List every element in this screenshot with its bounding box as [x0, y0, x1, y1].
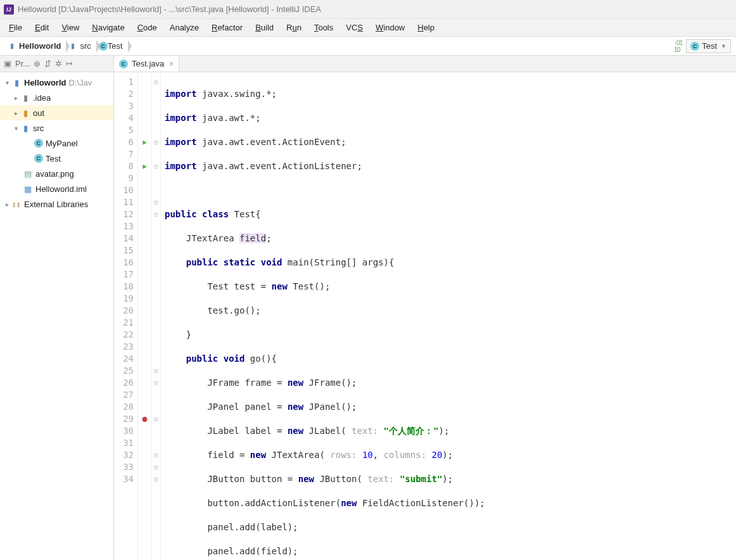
tree-node-test[interactable]: C Test	[0, 151, 113, 166]
project-folder-icon: ▮	[8, 42, 16, 51]
tree-node-project-root[interactable]: ▾ ▮ Helloworld D:\Jav	[0, 75, 113, 90]
editor-tab-test[interactable]: C Test.java ×	[114, 56, 179, 72]
menu-navigate[interactable]: Navigate	[86, 20, 130, 35]
menu-code[interactable]: Code	[131, 20, 163, 35]
collapse-icon[interactable]: ↦	[66, 59, 73, 68]
menu-window[interactable]: Window	[369, 20, 411, 35]
tree-label: src	[33, 124, 44, 133]
java-class-icon: C	[34, 139, 43, 148]
tree-label: Test	[46, 154, 61, 163]
project-folder-icon: ▮	[11, 78, 22, 87]
chevron-right-icon[interactable]: ▸	[3, 201, 11, 208]
menu-analyze[interactable]: Analyze	[163, 20, 205, 35]
fold-toggle-icon[interactable]: ⊟	[152, 76, 160, 88]
expand-all-icon[interactable]: ⇵	[44, 59, 51, 68]
menu-edit[interactable]: Edit	[29, 20, 55, 35]
target-icon[interactable]: ⊕	[34, 59, 41, 68]
chevron-down-icon[interactable]: ▾	[11, 125, 20, 132]
menu-tools[interactable]: Tools	[308, 20, 339, 35]
code-editor[interactable]: 1234567891011121314151617181920212223242…	[114, 72, 736, 560]
breadcrumb: ▮ Helloworld ▮ src C Test	[5, 39, 128, 54]
tree-label: out	[33, 108, 44, 118]
menu-vcs[interactable]: VCS	[339, 20, 369, 35]
breadcrumb-class-label: Test	[108, 41, 123, 51]
java-class-icon: C	[34, 154, 43, 163]
image-file-icon: ▤	[23, 169, 33, 179]
breadcrumb-src-label: src	[80, 41, 91, 51]
run-gutter-icon[interactable]: ▶	[138, 136, 151, 148]
editor-tabs: C Test.java ×	[114, 56, 736, 72]
tree-label: avatar.png	[35, 169, 74, 179]
java-class-icon: C	[119, 60, 128, 68]
tree-node-src[interactable]: ▾ ▮ src	[0, 120, 113, 136]
fold-toggle-icon[interactable]: ⊟	[152, 377, 160, 389]
window-title-bar: IJ Helloworld [D:\JavaProjects\Helloworl…	[0, 0, 736, 19]
library-icon: ⫾⫾	[11, 200, 22, 209]
tree-label: Helloworld.iml	[35, 184, 87, 194]
folder-icon: ▮	[68, 42, 77, 51]
tree-node-mypanel[interactable]: C MyPanel	[0, 136, 113, 151]
intellij-icon: IJ	[4, 4, 14, 15]
line-number-gutter: 1234567891011121314151617181920212223242…	[114, 72, 138, 560]
breadcrumb-project[interactable]: ▮ Helloworld	[5, 39, 66, 54]
close-icon[interactable]: ×	[168, 60, 175, 68]
menu-bar: File Edit View Navigate Code Analyze Ref…	[0, 19, 736, 37]
menu-help[interactable]: Help	[411, 20, 441, 35]
folder-icon: ▮	[20, 93, 30, 103]
run-marks-gutter: ▶▶⬤	[138, 72, 152, 560]
chevron-down-icon[interactable]: ▾	[3, 79, 11, 86]
menu-build[interactable]: Build	[249, 20, 280, 35]
iml-file-icon: ▦	[23, 184, 33, 194]
java-class-icon: C	[690, 42, 699, 51]
fold-toggle-icon[interactable]: ⊟	[152, 365, 160, 377]
breadcrumb-class[interactable]: C Test	[96, 39, 128, 54]
breadcrumb-src[interactable]: ▮ src	[66, 39, 96, 54]
project-toolbar: ▣ Pr... ⊕ ⇵ ✲ ↦	[0, 56, 113, 72]
run-gutter-icon[interactable]: ▶	[138, 160, 151, 172]
chevron-down-icon: ▼	[721, 43, 726, 49]
project-tool-window: ▣ Pr... ⊕ ⇵ ✲ ↦ ▾ ▮ Helloworld D:\Jav ▸ …	[0, 56, 114, 560]
fold-toggle-icon[interactable]: ⊟	[152, 196, 160, 208]
menu-file[interactable]: File	[3, 20, 29, 35]
tree-label: .idea	[33, 93, 51, 103]
project-view-dropdown[interactable]: Pr...	[15, 59, 30, 68]
fold-toggle-icon[interactable]: ⊟	[152, 413, 160, 425]
menu-refactor[interactable]: Refactor	[205, 20, 249, 35]
fold-toggle-icon[interactable]: ⊟	[152, 449, 160, 461]
tree-node-external-libraries[interactable]: ▸ ⫾⫾ External Libraries	[0, 196, 113, 212]
folder-icon: ▮	[20, 108, 30, 118]
run-config-selector[interactable]: C Test ▼	[686, 39, 731, 53]
fold-toggle-icon[interactable]: ⊟	[152, 160, 160, 172]
tree-hint: D:\Jav	[68, 78, 92, 87]
tree-node-out[interactable]: ▸ ▮ out	[0, 105, 113, 120]
navigation-bar: ▮ Helloworld ▮ src C Test ↓0110 C Test ▼	[0, 37, 736, 56]
chevron-right-icon[interactable]: ▸	[11, 94, 20, 101]
tree-node-avatar[interactable]: ▤ avatar.png	[0, 166, 113, 181]
fold-toggle-icon[interactable]: ⊟	[152, 208, 160, 220]
tree-label: External Libraries	[24, 200, 88, 209]
run-config-label: Test	[702, 41, 717, 51]
fold-toggle-icon[interactable]: ⊟	[152, 461, 160, 473]
folder-icon: ▮	[20, 124, 30, 133]
breadcrumb-project-label: Helloworld	[19, 41, 61, 51]
window-title: Helloworld [D:\JavaProjects\Helloworld] …	[18, 4, 321, 14]
menu-view[interactable]: View	[55, 20, 86, 35]
fold-toggle-icon[interactable]: ⊟	[152, 473, 160, 485]
chevron-right-icon[interactable]: ▸	[11, 110, 20, 117]
override-gutter-icon[interactable]: ⬤	[138, 413, 151, 425]
make-project-icon[interactable]: ↓0110	[674, 39, 682, 53]
tree-node-iml[interactable]: ▦ Helloworld.iml	[0, 181, 113, 196]
editor-tab-label: Test.java	[132, 59, 164, 68]
project-tree: ▾ ▮ Helloworld D:\Jav ▸ ▮ .idea ▸ ▮ out …	[0, 72, 113, 560]
tree-label: Helloworld	[24, 78, 66, 87]
tree-node-idea[interactable]: ▸ ▮ .idea	[0, 90, 113, 105]
java-class-icon: C	[99, 42, 108, 51]
menu-run[interactable]: Run	[280, 20, 308, 35]
code-content[interactable]: import javax.swing.*; import java.awt.*;…	[161, 72, 736, 560]
gear-icon[interactable]: ✲	[55, 59, 62, 68]
folding-gutter: ⊟⊟⊟⊟⊟⊟⊟⊟⊟⊟⊟	[152, 72, 161, 560]
tree-label: MyPanel	[46, 139, 78, 148]
view-mode-icon[interactable]: ▣	[4, 59, 11, 68]
fold-toggle-icon[interactable]: ⊟	[152, 136, 160, 148]
editor-area: C Test.java × 12345678910111213141516171…	[114, 56, 736, 560]
